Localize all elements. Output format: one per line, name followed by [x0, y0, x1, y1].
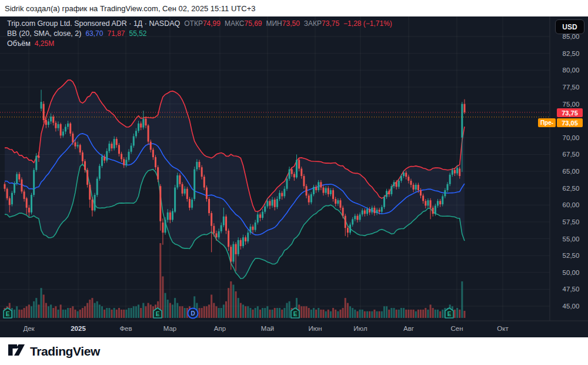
price-label: 65,00	[563, 168, 580, 175]
volume-value: 4,25М	[35, 39, 54, 48]
tradingview-brand-text[interactable]: TradingView	[30, 344, 100, 359]
price-label: 80,00	[563, 67, 580, 74]
close-label: ЗАКР	[304, 19, 322, 28]
low-label: МИН	[266, 19, 282, 28]
premarket-tag: Пре-	[538, 118, 556, 127]
tradingview-logo-icon[interactable]	[8, 344, 25, 359]
month-label: Авг	[403, 325, 414, 332]
month-label: 2025	[71, 325, 86, 332]
month-label: Мар	[163, 325, 177, 332]
price-label: 55,00	[563, 235, 580, 243]
close-value: 73,75	[322, 19, 339, 28]
earnings-badge[interactable]: E	[153, 308, 162, 318]
month-label: Июл	[353, 325, 367, 332]
premarket-price-badge: 73,05	[557, 118, 583, 127]
price-scale[interactable]: 85,0082,5080,0077,5075,0070,0067,5065,00…	[550, 16, 579, 321]
price-label: 62,50	[563, 185, 580, 192]
month-label: Апр	[214, 325, 226, 332]
price-label: 60,00	[563, 201, 580, 208]
chart-container: 85,0082,5080,0077,5075,0070,0067,5065,00…	[0, 16, 588, 337]
last-price-badge: 73,75	[557, 108, 583, 117]
price-label: 50,00	[563, 269, 580, 276]
volume-row[interactable]: Объём4,25М	[7, 39, 392, 49]
symbol-row[interactable]: Trip.com Group Ltd. Sponsored ADR · 1Д ·…	[7, 19, 392, 29]
price-label: 75,00	[563, 101, 580, 108]
price-label: 47,50	[563, 286, 580, 293]
bb-basis-value: 63,70	[85, 29, 103, 38]
month-label: Июн	[308, 325, 322, 332]
price-label: 52,50	[563, 252, 580, 259]
grid	[0, 16, 550, 321]
price-label: 67,50	[563, 151, 580, 158]
change-value: −1,28 (−1,71%)	[343, 19, 392, 28]
month-label: Май	[261, 325, 275, 332]
earnings-letter: E	[6, 311, 10, 317]
open-label: ОТКР	[184, 19, 203, 28]
bb-lower-value: 55,52	[129, 29, 147, 38]
symbol-title[interactable]: Trip.com Group Ltd. Sponsored ADR · 1Д ·…	[7, 19, 180, 28]
earnings-badge[interactable]: E	[445, 308, 453, 318]
month-label: Дек	[23, 325, 35, 332]
chart-canvas[interactable]: 85,0082,5080,0077,5075,0070,0067,5065,00…	[0, 16, 588, 337]
high-value: 75,69	[244, 19, 262, 28]
chart-legend: Trip.com Group Ltd. Sponsored ADR · 1Д ·…	[7, 19, 392, 49]
earnings-letter: E	[293, 311, 298, 317]
price-label: 77,50	[563, 84, 580, 91]
open-value: 74,99	[203, 19, 220, 28]
indicator-row[interactable]: BB (20, SMA, close, 2)63,7071,8755,52	[7, 29, 392, 39]
price-label: 82,50	[563, 50, 580, 57]
month-label: Фев	[119, 325, 132, 332]
footer-bar: TradingView	[0, 337, 588, 365]
bollinger-bands	[5, 80, 465, 279]
dividend-badge[interactable]: D	[188, 308, 198, 318]
volume-label[interactable]: Объём	[7, 39, 31, 48]
share-meta-text: Sidrik создал(а) график на TradingView.c…	[5, 4, 255, 13]
bb-indicator-name[interactable]: BB (20, SMA, close, 2)	[7, 29, 81, 38]
price-label: 57,50	[563, 218, 580, 225]
time-scale[interactable]: Дек2025ФевМарАпрМайИюнИюлАвгСенОкт	[0, 321, 588, 332]
bb-upper-value: 71,87	[107, 29, 125, 38]
price-label: 70,00	[563, 134, 580, 141]
dividend-letter: D	[191, 310, 195, 317]
earnings-letter: E	[447, 311, 452, 317]
month-label: Окт	[497, 325, 509, 332]
earnings-badge[interactable]: E	[4, 308, 12, 318]
earnings-badge[interactable]: E	[291, 308, 299, 318]
low-value: 73,50	[282, 19, 300, 28]
high-label: МАКС	[225, 19, 245, 28]
month-label: Сен	[450, 325, 463, 332]
share-meta-bar: Sidrik создал(а) график на TradingView.c…	[0, 0, 588, 16]
currency-button[interactable]: USD	[555, 19, 584, 34]
earnings-letter: E	[156, 311, 160, 317]
price-label: 45,00	[563, 303, 580, 310]
